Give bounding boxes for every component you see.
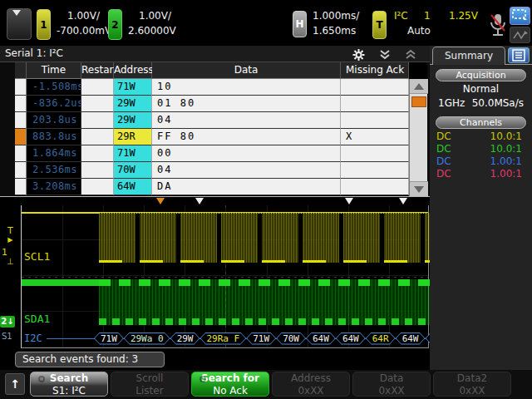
lister-row[interactable]: 883.8us29RFF 80X [15,129,427,145]
waveform-tool-button[interactable] [510,27,530,43]
i2c-decode-row: 71W29Wa 029W29Ra F71W70W64W64W64R64W64R [94,332,426,345]
row-address: 29W [114,112,152,129]
sidebar-tab-row: Summary [430,46,532,65]
row-data: DA [152,179,341,195]
lister-row[interactable]: 2.536ms70W04 [15,162,427,179]
row-select-cell [15,96,27,112]
row-data: FF 80 [152,129,341,145]
row-restart [81,112,114,129]
channel-probe-ratio: 10.0:1 [490,131,522,143]
row-missing-ack [341,96,409,112]
i2c-frame-label: 29Wa 0 [124,332,170,345]
row-time: -1.508ms [27,79,81,96]
lister-title: Serial 1: I²C [5,47,63,59]
softkey-indicator-icon [38,376,45,382]
lister-header-row: Time Restart Address Data Missing Ack [15,62,427,79]
lister-row[interactable]: 3.208ms64WDA [15,179,427,195]
tab-summary[interactable]: Summary [432,47,505,65]
microphone-muted-icon[interactable] [489,12,507,41]
menu-dropdown-button[interactable] [7,8,32,40]
lister-row[interactable]: 203.8us29W04 [15,112,427,129]
channel1-scale: 1.00V/ [57,8,111,23]
row-address: 64W [114,179,152,195]
channel-coupling: DC [436,131,451,143]
sidebar-menu-icon[interactable] [508,47,530,63]
i2c-frame-label: 64W [306,332,336,345]
row-select-cell [15,79,27,96]
i2c-frame-label: 71W [246,332,276,345]
serial-lister-panel: Serial 1: I²C [0,46,430,197]
row-data: 04 [152,162,341,179]
softkey-data[interactable]: Data0xXX [352,372,431,397]
bandwidth-value: 1GHz [438,97,465,112]
lister-row[interactable]: 1.864ms71W00 [15,145,427,162]
channel1-offset: -700.00mV [57,23,111,38]
scroll-down-icon[interactable] [410,181,428,196]
lister-title-bar: Serial 1: I²C [0,46,430,62]
i2c-frame-label: 70W [276,332,306,345]
softkey-search-for[interactable]: Search forNo Ack [191,372,269,397]
i2c-bus-label: I2C [24,332,42,344]
channel1-settings[interactable]: 1.00V/ -700.00mV [57,8,111,38]
oscilloscope-screen: 1 1.00V/ -700.00mV 2 1.00V/ 2.60000V H 1… [0,0,532,399]
marker-strip [21,197,429,205]
gear-icon[interactable] [352,48,367,60]
zoom-selection-button[interactable] [510,7,530,25]
header-select [15,62,27,79]
scroll-thumb[interactable] [411,96,426,107]
summary-sidebar: Summary Acquisition Normal 1GHz 50.0MSa/… [430,46,532,370]
collapse-double-chevron-down-icon[interactable] [378,48,393,60]
softkey-bar: ↑ SearchS1: I²CScrollListerSearch forNo … [0,370,532,399]
row-restart [81,145,114,162]
i2c-frame-label: 71W [94,332,124,345]
channels-summary-list: DC10.0:1DC10.0:1DC1.00:1DC1.00:1 [430,131,532,180]
row-address: 29W [114,96,152,112]
trigger-position-marker [156,198,165,204]
channel2-ground-marker[interactable]: 2↓ [0,316,15,328]
softkey-data2[interactable]: Data20xXX [433,372,511,397]
header-time: Time [27,62,81,79]
horizontal-delay: 1.650ms [313,23,359,38]
back-up-button[interactable]: ↑ [5,373,25,395]
softkey-address[interactable]: Address0xXX [272,372,350,397]
channel2-scale: 1.00V/ [128,8,176,23]
acquisition-mode: Normal [430,83,532,97]
header-missing-ack: Missing Ack [341,62,409,79]
lister-table: Time Restart Address Data Missing Ack -1… [15,62,427,196]
trigger-level-marker[interactable]: T ▶ [7,227,13,244]
softkey-scroll[interactable]: ScrollLister [111,372,189,397]
lister-row[interactable]: -836.2us29W01 80 [15,96,427,112]
i2c-frame-label: 29W [170,332,200,345]
expand-double-chevron-up-icon[interactable] [404,48,419,60]
horizontal-badge[interactable]: H [293,11,307,37]
row-missing-ack [341,145,409,162]
channel-probe-ratio: 1.00:1 [490,168,522,180]
header-address: Address [114,62,152,79]
row-select-cell [15,162,27,179]
horizontal-settings[interactable]: 1.000ms/ 1.650ms [313,8,359,38]
lister-scrollbar[interactable] [409,79,427,196]
row-missing-ack [341,79,409,96]
channel2-badge[interactable]: 2 [108,9,122,40]
waveform-plot-area[interactable]: SCL1 SDA1 I2C 71W29Wa 029W29Ra F71W70W64… [21,205,429,348]
trigger-badge[interactable]: T [372,11,387,39]
row-time: 883.8us [27,129,81,145]
dropdown-arrow-icon [12,10,21,16]
i2c-frame-label: 64W [336,332,366,345]
trigger-level: 1.25V [449,10,478,22]
row-time: 2.536ms [27,162,81,179]
row-data: 10 [152,79,341,96]
row-select-cell [15,112,27,129]
row-missing-ack [341,179,409,195]
row-address: 71W [114,145,152,162]
serial1-bus-marker[interactable]: S1 [2,332,12,341]
scroll-up-icon[interactable] [410,79,428,94]
softkey-search[interactable]: SearchS1: I²C [30,372,108,397]
row-missing-ack [341,162,409,179]
acquisition-rates: 1GHz 50.0MSa/s [430,97,532,112]
channel2-settings[interactable]: 1.00V/ 2.60000V [128,8,176,38]
lister-row[interactable]: -1.508ms71W10 [15,79,427,96]
trigger-type: I²C [394,10,408,22]
channel-summary-row: DC10.0:1 [430,143,532,155]
channel1-badge[interactable]: 1 [37,9,51,40]
